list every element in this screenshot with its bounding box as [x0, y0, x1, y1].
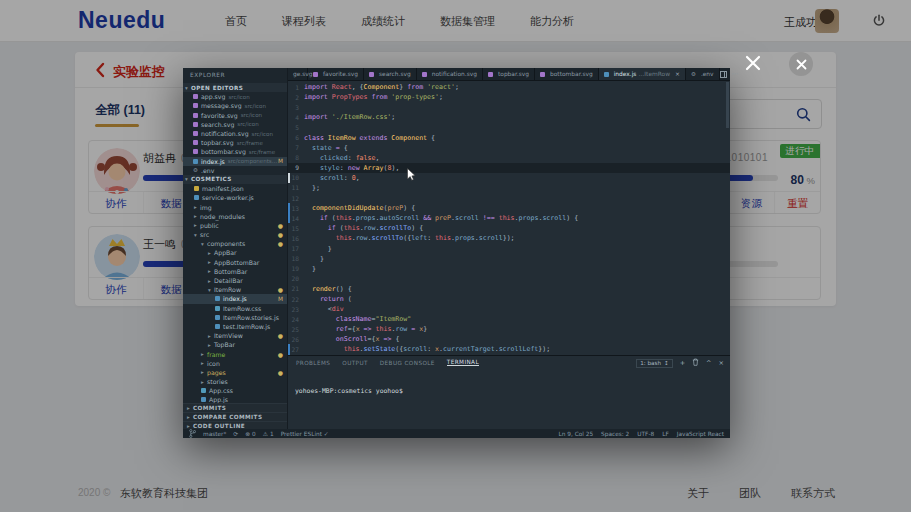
sync-icon[interactable]: ⟳ [233, 431, 238, 437]
more-actions-icon[interactable]: ⋯ [732, 70, 739, 78]
explorer-row[interactable]: ▸img [183, 202, 287, 211]
split-editor-icon[interactable] [720, 71, 727, 78]
vscode-code-editor[interactable]: 1import React, {Component} from 'react';… [288, 82, 730, 355]
editor-tab-2[interactable]: search.svg [364, 68, 417, 80]
explorer-row[interactable]: ▸public● [183, 221, 287, 230]
explorer-row[interactable]: bottombar.svgsrc/frame [183, 147, 287, 156]
panel-tab-0[interactable]: PROBLEMS [296, 360, 330, 366]
code-text: if (this.row.scrollTo) { [304, 224, 423, 232]
explorer-bottom-section-2[interactable]: ▸CODE OUTLINE [183, 421, 287, 429]
line-number: 25 [288, 326, 304, 333]
explorer-row[interactable]: ▾src● [183, 230, 287, 239]
line-number: 3 [288, 104, 304, 111]
explorer-row[interactable]: test.ItemRow.js [183, 322, 287, 331]
line-number: 26 [288, 336, 304, 343]
git-branch-icon[interactable] [189, 429, 196, 438]
editor-tab-3[interactable]: notification.svg [417, 68, 483, 80]
explorer-row[interactable]: service-worker.js [183, 193, 287, 202]
status-right-1[interactable]: Spaces: 2 [601, 431, 629, 437]
explorer-row[interactable]: ▾components● [183, 239, 287, 248]
explorer-row[interactable]: ▸AppBar [183, 248, 287, 257]
chevron-up-icon[interactable]: ^ [706, 359, 711, 367]
explorer-row[interactable]: index.jssrc/components…M [183, 157, 287, 166]
explorer-row[interactable]: ▸BottomBar [183, 267, 287, 276]
panel-tab-2[interactable]: DEBUG CONSOLE [380, 360, 435, 366]
explorer-row[interactable]: ItemRow.stories.js [183, 313, 287, 322]
explorer-row[interactable]: ▾ItemRow● [183, 285, 287, 294]
warnings-count[interactable]: ⚠1 [263, 431, 274, 437]
panel-tab-3[interactable]: TERMINAL [447, 359, 479, 366]
row-label: topbar.svg [201, 139, 234, 146]
explorer-bottom-section-0[interactable]: ▸COMMITS [183, 403, 287, 412]
status-right-4[interactable]: JavaScript React [677, 431, 724, 437]
modal-close-circle-button[interactable] [789, 52, 813, 76]
errors-count[interactable]: ⊗0 [245, 431, 256, 437]
explorer-section-header[interactable]: ▾COSMETICS [183, 175, 287, 184]
explorer-row[interactable]: ⚙.env [183, 166, 287, 175]
panel-tab-1[interactable]: OUTPUT [342, 360, 368, 366]
new-terminal-icon[interactable]: + [680, 359, 685, 367]
explorer-row[interactable]: ▸node_modules [183, 212, 287, 221]
row-label: frame [207, 351, 225, 358]
shell-selector[interactable]: 1: bash↕ [636, 359, 672, 368]
editor-tab-5[interactable]: bottombar.svg [535, 68, 599, 80]
explorer-row[interactable]: ▸pages● [183, 368, 287, 377]
modal-close-icon[interactable] [744, 54, 762, 76]
panel-close-icon[interactable]: × [719, 359, 724, 367]
tab-bar-actions: ⋯ [720, 68, 743, 80]
explorer-row[interactable]: search.svgsrc/icon [183, 120, 287, 129]
explorer-bottom-section-1[interactable]: ▸COMPARE COMMITS [183, 412, 287, 421]
row-label: public [200, 222, 219, 229]
git-branch-label[interactable]: master* [203, 431, 226, 437]
editor-tab-0[interactable]: ge.svg [288, 68, 308, 80]
tab-label: search.svg [379, 71, 411, 77]
explorer-row[interactable]: message.svgsrc/icon [183, 101, 287, 110]
svg-file-icon [193, 103, 198, 108]
row-path: src/frame [237, 140, 263, 146]
code-text: if (this.props.autoScroll && preP.scroll… [304, 214, 578, 222]
explorer-row[interactable]: notification.svgsrc/icon [183, 129, 287, 138]
code-line: 15 if (this.row.scrollTo) { [288, 223, 730, 233]
editor-tab-1[interactable]: favorite.svg [308, 68, 364, 80]
status-right-0[interactable]: Ln 9, Col 25 [559, 431, 594, 437]
code-line: 23 <div [288, 304, 730, 314]
explorer-row[interactable]: ▸DetailBar [183, 276, 287, 285]
code-text: state = { [304, 144, 348, 152]
code-text: clicked: false, [304, 154, 379, 162]
explorer-row[interactable]: index.jsM [183, 294, 287, 303]
code-line: 3 [288, 102, 730, 112]
explorer-row[interactable]: ItemRow.css [183, 304, 287, 313]
explorer-section-header[interactable]: ▾OPEN EDITORS [183, 83, 287, 92]
tab-close-icon[interactable]: × [675, 71, 680, 77]
svg-file-icon [422, 72, 427, 77]
code-line: 8 clicked: false, [288, 153, 730, 163]
trash-icon[interactable] [692, 358, 699, 368]
explorer-row[interactable]: manifest.json [183, 184, 287, 193]
editor-tab-7[interactable]: ⚙.env [686, 68, 720, 80]
status-right-3[interactable]: LF [662, 431, 669, 437]
git-dot-badge: ● [278, 240, 283, 247]
svg-file-icon [540, 72, 545, 77]
explorer-row[interactable]: ▸stories [183, 377, 287, 386]
explorer-row[interactable]: ▸frame● [183, 349, 287, 358]
explorer-row[interactable]: app.svgsrc/icon [183, 92, 287, 101]
code-line: 24 className="ItemRow" [288, 314, 730, 324]
terminal-prompt[interactable]: yohoes-MBP:cosmetics yoohoo$ [295, 387, 403, 395]
explorer-row[interactable]: ▸AppBottomBar [183, 258, 287, 267]
tab-label: notification.svg [432, 71, 477, 77]
editor-tab-6[interactable]: index.js…ItemRow× [599, 68, 686, 80]
git-gutter-marker [288, 203, 290, 213]
formatter-status[interactable]: Prettier ESLint ✓ [281, 431, 329, 437]
explorer-row[interactable]: ▸ItemView● [183, 331, 287, 340]
code-line: 10 scroll: 0, [288, 173, 730, 183]
status-right-2[interactable]: UTF-8 [637, 431, 654, 437]
editor-tab-4[interactable]: topbar.svg [483, 68, 535, 80]
explorer-row[interactable]: topbar.svgsrc/frame [183, 138, 287, 147]
svg-file-icon [193, 140, 198, 145]
explorer-row[interactable]: favorite.svgsrc/icon [183, 111, 287, 120]
explorer-row[interactable]: ▸icon [183, 359, 287, 368]
editor-scrollbar[interactable] [726, 82, 729, 128]
explorer-row[interactable]: ▸TopBar [183, 340, 287, 349]
js-file-icon [215, 296, 220, 301]
explorer-row[interactable]: App.css [183, 386, 287, 395]
